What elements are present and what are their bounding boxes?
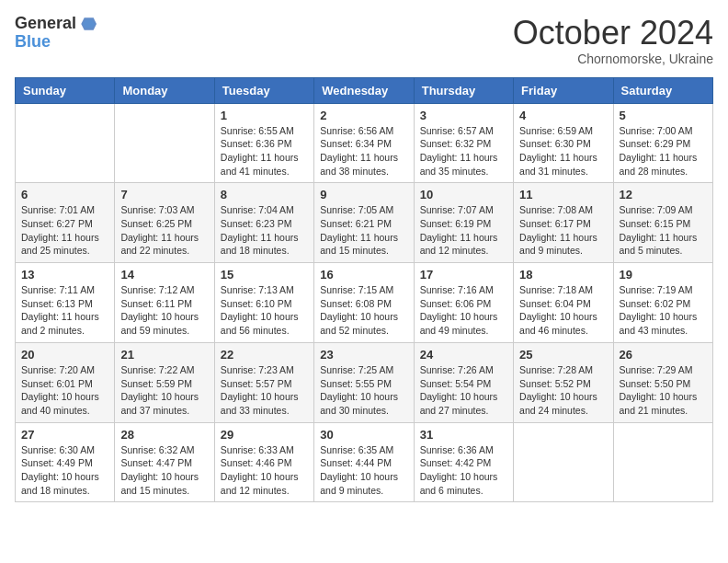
- month-title: October 2024: [513, 15, 713, 52]
- calendar-day-cell: 16Sunrise: 7:15 AMSunset: 6:08 PMDayligh…: [314, 263, 414, 343]
- calendar-day-cell: 23Sunrise: 7:25 AMSunset: 5:55 PMDayligh…: [314, 342, 414, 422]
- calendar-day-cell: 4Sunrise: 6:59 AMSunset: 6:30 PMDaylight…: [514, 103, 613, 183]
- calendar-day-cell: 10Sunrise: 7:07 AMSunset: 6:19 PMDayligh…: [414, 183, 513, 263]
- day-number: 5: [620, 109, 707, 122]
- day-number: 23: [320, 348, 407, 362]
- day-info: Sunrise: 6:32 AMSunset: 4:47 PMDaylight:…: [120, 443, 208, 498]
- day-number: 10: [420, 188, 507, 201]
- day-info: Sunrise: 7:23 AMSunset: 5:57 PMDaylight:…: [221, 363, 308, 418]
- calendar-day-cell: 24Sunrise: 7:26 AMSunset: 5:54 PMDayligh…: [414, 342, 513, 422]
- day-number: 11: [519, 188, 607, 201]
- title-section: October 2024 Chornomorske, Ukraine: [513, 15, 713, 66]
- calendar-table: SundayMondayTuesdayWednesdayThursdayFrid…: [15, 77, 713, 503]
- day-info: Sunrise: 6:55 AMSunset: 6:36 PMDaylight:…: [221, 124, 308, 178]
- day-number: 27: [21, 428, 108, 442]
- weekday-header: Sunday: [16, 77, 115, 103]
- calendar-day-cell: 30Sunrise: 6:35 AMSunset: 4:44 PMDayligh…: [314, 422, 414, 502]
- logo-general-text: General: [15, 15, 76, 33]
- calendar-day-cell: 27Sunrise: 6:30 AMSunset: 4:49 PMDayligh…: [16, 422, 115, 502]
- calendar-day-cell: 3Sunrise: 6:57 AMSunset: 6:32 PMDaylight…: [414, 103, 513, 183]
- calendar-day-cell: 13Sunrise: 7:11 AMSunset: 6:13 PMDayligh…: [16, 263, 115, 343]
- day-info: Sunrise: 6:57 AMSunset: 6:32 PMDaylight:…: [420, 124, 507, 178]
- day-number: 9: [320, 188, 407, 201]
- weekday-header: Thursday: [414, 77, 513, 103]
- day-info: Sunrise: 7:28 AMSunset: 5:52 PMDaylight:…: [519, 363, 607, 418]
- day-info: Sunrise: 7:25 AMSunset: 5:55 PMDaylight:…: [320, 363, 407, 418]
- day-info: Sunrise: 7:01 AMSunset: 6:27 PMDaylight:…: [21, 203, 108, 258]
- day-info: Sunrise: 7:04 AMSunset: 6:23 PMDaylight:…: [221, 203, 308, 258]
- logo-blue-text: Blue: [15, 32, 51, 51]
- day-number: 25: [519, 348, 607, 362]
- location-subtitle: Chornomorske, Ukraine: [513, 52, 713, 66]
- day-number: 18: [519, 268, 607, 282]
- calendar-day-cell: 28Sunrise: 6:32 AMSunset: 4:47 PMDayligh…: [115, 422, 214, 502]
- weekday-header: Saturday: [613, 77, 712, 103]
- day-info: Sunrise: 7:03 AMSunset: 6:25 PMDaylight:…: [120, 203, 208, 258]
- logo-icon: [78, 15, 97, 33]
- day-info: Sunrise: 6:30 AMSunset: 4:49 PMDaylight:…: [21, 443, 108, 498]
- calendar-day-cell: [613, 422, 712, 502]
- calendar-week-row: 27Sunrise: 6:30 AMSunset: 4:49 PMDayligh…: [16, 422, 713, 502]
- day-info: Sunrise: 7:00 AMSunset: 6:29 PMDaylight:…: [620, 124, 707, 178]
- day-number: 26: [620, 348, 707, 362]
- calendar-day-cell: 14Sunrise: 7:12 AMSunset: 6:11 PMDayligh…: [115, 263, 214, 343]
- calendar-day-cell: 6Sunrise: 7:01 AMSunset: 6:27 PMDaylight…: [16, 183, 115, 263]
- calendar-day-cell: 17Sunrise: 7:16 AMSunset: 6:06 PMDayligh…: [414, 263, 513, 343]
- calendar-day-cell: 26Sunrise: 7:29 AMSunset: 5:50 PMDayligh…: [613, 342, 712, 422]
- day-info: Sunrise: 7:07 AMSunset: 6:19 PMDaylight:…: [420, 203, 507, 258]
- calendar-day-cell: 18Sunrise: 7:18 AMSunset: 6:04 PMDayligh…: [514, 263, 613, 343]
- day-number: 8: [221, 188, 308, 201]
- weekday-header: Monday: [115, 77, 214, 103]
- day-info: Sunrise: 6:59 AMSunset: 6:30 PMDaylight:…: [519, 124, 607, 178]
- day-info: Sunrise: 7:13 AMSunset: 6:10 PMDaylight:…: [221, 283, 308, 338]
- calendar-day-cell: 31Sunrise: 6:36 AMSunset: 4:42 PMDayligh…: [414, 422, 513, 502]
- calendar-day-cell: 1Sunrise: 6:55 AMSunset: 6:36 PMDaylight…: [214, 103, 313, 183]
- header: General Blue October 2024 Chornomorske, …: [15, 15, 713, 66]
- day-number: 21: [120, 348, 208, 362]
- calendar-day-cell: 2Sunrise: 6:56 AMSunset: 6:34 PMDaylight…: [314, 103, 414, 183]
- day-number: 12: [620, 188, 707, 201]
- day-info: Sunrise: 7:19 AMSunset: 6:02 PMDaylight:…: [620, 283, 707, 338]
- day-number: 28: [120, 428, 208, 442]
- day-info: Sunrise: 6:36 AMSunset: 4:42 PMDaylight:…: [420, 443, 507, 498]
- weekday-header: Wednesday: [314, 77, 414, 103]
- calendar-day-cell: 21Sunrise: 7:22 AMSunset: 5:59 PMDayligh…: [115, 342, 214, 422]
- day-info: Sunrise: 6:33 AMSunset: 4:46 PMDaylight:…: [221, 443, 308, 498]
- day-number: 14: [120, 268, 208, 282]
- calendar-day-cell: 15Sunrise: 7:13 AMSunset: 6:10 PMDayligh…: [214, 263, 313, 343]
- day-number: 2: [320, 109, 407, 122]
- calendar-week-row: 6Sunrise: 7:01 AMSunset: 6:27 PMDaylight…: [16, 183, 713, 263]
- calendar-day-cell: 25Sunrise: 7:28 AMSunset: 5:52 PMDayligh…: [514, 342, 613, 422]
- day-number: 17: [420, 268, 507, 282]
- day-info: Sunrise: 7:12 AMSunset: 6:11 PMDaylight:…: [120, 283, 208, 338]
- day-info: Sunrise: 7:15 AMSunset: 6:08 PMDaylight:…: [320, 283, 407, 338]
- day-number: 6: [21, 188, 108, 201]
- day-number: 15: [221, 268, 308, 282]
- day-info: Sunrise: 7:08 AMSunset: 6:17 PMDaylight:…: [519, 203, 607, 258]
- calendar-header-row: SundayMondayTuesdayWednesdayThursdayFrid…: [16, 77, 713, 103]
- calendar-day-cell: 11Sunrise: 7:08 AMSunset: 6:17 PMDayligh…: [514, 183, 613, 263]
- day-info: Sunrise: 7:11 AMSunset: 6:13 PMDaylight:…: [21, 283, 108, 338]
- calendar-day-cell: 7Sunrise: 7:03 AMSunset: 6:25 PMDaylight…: [115, 183, 214, 263]
- day-number: 31: [420, 428, 507, 442]
- day-info: Sunrise: 7:26 AMSunset: 5:54 PMDaylight:…: [420, 363, 507, 418]
- day-info: Sunrise: 7:16 AMSunset: 6:06 PMDaylight:…: [420, 283, 507, 338]
- day-info: Sunrise: 7:29 AMSunset: 5:50 PMDaylight:…: [620, 363, 707, 418]
- calendar-day-cell: 9Sunrise: 7:05 AMSunset: 6:21 PMDaylight…: [314, 183, 414, 263]
- day-number: 19: [620, 268, 707, 282]
- day-info: Sunrise: 7:20 AMSunset: 6:01 PMDaylight:…: [21, 363, 108, 418]
- day-number: 29: [221, 428, 308, 442]
- weekday-header: Friday: [514, 77, 613, 103]
- day-number: 4: [519, 109, 607, 122]
- day-number: 16: [320, 268, 407, 282]
- day-number: 13: [21, 268, 108, 282]
- logo: General Blue: [15, 15, 97, 52]
- calendar-week-row: 20Sunrise: 7:20 AMSunset: 6:01 PMDayligh…: [16, 342, 713, 422]
- calendar-day-cell: 19Sunrise: 7:19 AMSunset: 6:02 PMDayligh…: [613, 263, 712, 343]
- day-info: Sunrise: 6:56 AMSunset: 6:34 PMDaylight:…: [320, 124, 407, 178]
- day-number: 30: [320, 428, 407, 442]
- calendar-week-row: 1Sunrise: 6:55 AMSunset: 6:36 PMDaylight…: [16, 103, 713, 183]
- day-number: 1: [221, 109, 308, 122]
- day-number: 3: [420, 109, 507, 122]
- calendar-day-cell: 8Sunrise: 7:04 AMSunset: 6:23 PMDaylight…: [214, 183, 313, 263]
